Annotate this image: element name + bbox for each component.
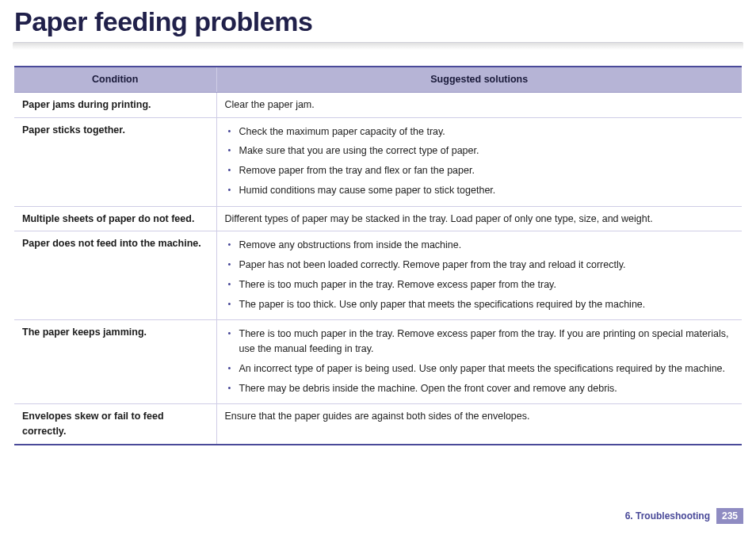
solution-item: Check the maximum paper capacity of the … bbox=[225, 123, 735, 143]
solution-cell: Ensure that the paper guides are against… bbox=[216, 404, 742, 445]
table-row: Multiple sheets of paper do not feed.Dif… bbox=[14, 206, 742, 231]
page-title: Paper feeding problems bbox=[0, 0, 756, 40]
page-footer: 6. Troubleshooting 235 bbox=[625, 508, 743, 524]
table-header-row: Condition Suggested solutions bbox=[14, 67, 742, 92]
solution-cell: Remove any obstructions from inside the … bbox=[216, 231, 742, 320]
solution-list: Check the maximum paper capacity of the … bbox=[225, 123, 735, 201]
solution-list: There is too much paper in the tray. Rem… bbox=[225, 325, 735, 399]
solution-item: There is too much paper in the tray. Rem… bbox=[225, 276, 735, 296]
table-row: Paper jams during printing.Clear the pap… bbox=[14, 92, 742, 117]
solution-item: An incorrect type of paper is being used… bbox=[225, 360, 735, 380]
condition-cell: Paper sticks together. bbox=[14, 117, 216, 206]
table-row: Paper does not feed into the machine.Rem… bbox=[14, 231, 742, 320]
table-row: Paper sticks together.Check the maximum … bbox=[14, 117, 742, 206]
solution-item: Remove paper from the tray and flex or f… bbox=[225, 162, 735, 182]
solution-cell: Clear the paper jam. bbox=[216, 92, 742, 117]
solution-item: The paper is too thick. Use only paper t… bbox=[225, 296, 735, 315]
table-row: Envelopes skew or fail to feed correctly… bbox=[14, 404, 742, 445]
troubleshooting-table: Condition Suggested solutions Paper jams… bbox=[14, 66, 742, 445]
header-condition: Condition bbox=[14, 67, 216, 92]
condition-cell: Paper jams during printing. bbox=[14, 92, 216, 117]
condition-cell: Paper does not feed into the machine. bbox=[14, 231, 216, 320]
solution-list: Remove any obstructions from inside the … bbox=[225, 236, 735, 315]
title-divider bbox=[13, 42, 743, 50]
header-solutions: Suggested solutions bbox=[216, 67, 742, 92]
solution-item: There is too much paper in the tray. Rem… bbox=[225, 325, 735, 360]
condition-cell: The paper keeps jamming. bbox=[14, 320, 216, 404]
solution-item: Remove any obstructions from inside the … bbox=[225, 236, 735, 256]
solution-item: Make sure that you are using the correct… bbox=[225, 142, 735, 162]
solution-cell: Check the maximum paper capacity of the … bbox=[216, 117, 742, 206]
solution-item: Paper has not been loaded correctly. Rem… bbox=[225, 256, 735, 276]
chapter-label: 6. Troubleshooting bbox=[625, 510, 710, 522]
solution-item: Humid conditions may cause some paper to… bbox=[225, 182, 735, 201]
condition-cell: Envelopes skew or fail to feed correctly… bbox=[14, 404, 216, 445]
condition-cell: Multiple sheets of paper do not feed. bbox=[14, 206, 216, 231]
table-row: The paper keeps jamming.There is too muc… bbox=[14, 320, 742, 404]
page-number: 235 bbox=[716, 508, 743, 524]
solution-cell: Different types of paper may be stacked … bbox=[216, 206, 742, 231]
solution-cell: There is too much paper in the tray. Rem… bbox=[216, 320, 742, 404]
solution-item: There may be debris inside the machine. … bbox=[225, 380, 735, 399]
